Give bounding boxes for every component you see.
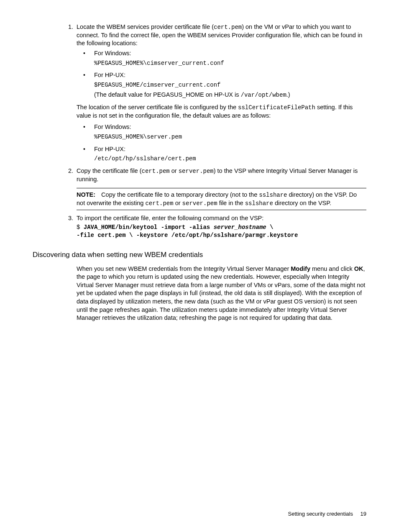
step-2: 2. Copy the certificate file (cert.pem o… bbox=[77, 167, 366, 210]
text: .) bbox=[286, 91, 290, 98]
step-3: 3. To import the certificate file, enter… bbox=[77, 214, 366, 239]
text: , the page to which you return is update… bbox=[77, 265, 365, 321]
footer-title: Setting security credentials bbox=[288, 511, 353, 517]
step-1-intro: Locate the WBEM services provider certif… bbox=[77, 23, 362, 46]
code-block: /etc/opt/hp/sslshare/cert.pem bbox=[94, 155, 366, 163]
inline-code: sslshare bbox=[259, 192, 287, 198]
discover-paragraph: When you set new WBEM credentials from t… bbox=[77, 265, 366, 322]
inline-code: cert.pem bbox=[214, 24, 242, 31]
inline-code: sslshare bbox=[245, 200, 273, 207]
bullet-list-1: For Windows: %PEGASUS_HOME%\cimserver_cu… bbox=[77, 49, 366, 99]
text: The location of the server certificate f… bbox=[77, 104, 238, 111]
text: or bbox=[174, 200, 182, 206]
cmd-text: -file cert.pem \ -keystore /etc/opt/hp/s… bbox=[77, 232, 298, 239]
text: file in the bbox=[217, 200, 245, 206]
page: 1. Locate the WBEM services provider cer… bbox=[0, 0, 399, 532]
inline-code: cert.pem bbox=[142, 168, 170, 175]
bullet-list-2: For Windows: %PEGASUS_HOME%\server.pem F… bbox=[77, 123, 366, 163]
text: Copy the certificate file ( bbox=[77, 167, 142, 174]
cmd-text: JAVA_HOME/bin/keytool -import -alias bbox=[84, 224, 214, 231]
step-number: 2. bbox=[63, 167, 73, 175]
code-block: %PEGASUS_HOME%\server.pem bbox=[94, 133, 366, 141]
text: When you set new WBEM credentials from t… bbox=[77, 265, 291, 272]
bullet-windows-1: For Windows: %PEGASUS_HOME%\cimserver_cu… bbox=[77, 49, 366, 67]
step-3-intro: To import the certificate file, enter th… bbox=[77, 215, 263, 221]
text: Copy the certificate file to a temporary… bbox=[101, 191, 259, 198]
command-block: $ JAVA_HOME/bin/keytool -import -alias s… bbox=[77, 224, 366, 239]
page-footer: Setting security credentials 19 bbox=[288, 510, 366, 518]
text: Locate the WBEM services provider certif… bbox=[77, 23, 214, 30]
bold-text: Modify bbox=[291, 265, 310, 272]
section-heading: Discovering data when setting new WBEM c… bbox=[33, 250, 366, 260]
bold-text: OK bbox=[354, 265, 363, 272]
text: (The default value for PEGASUS_HOME on H… bbox=[94, 91, 241, 98]
inline-code: /var/opt/wbem bbox=[241, 92, 286, 98]
code-block: %PEGASUS_HOME%\cimserver_current.conf bbox=[94, 59, 366, 67]
step-1: 1. Locate the WBEM services provider cer… bbox=[77, 23, 366, 163]
text: menu and click bbox=[310, 265, 354, 272]
inline-code: cert.pem bbox=[145, 200, 173, 207]
bullet-label: For Windows: bbox=[94, 49, 366, 58]
inline-code: sslCertificateFilePath bbox=[238, 104, 315, 111]
step-number: 3. bbox=[63, 214, 73, 223]
step-1-mid: The location of the server certificate f… bbox=[77, 103, 366, 120]
bullet-label: For Windows: bbox=[94, 123, 366, 131]
code-block: $PEGASUS_HOME/cimserver_current.conf bbox=[94, 81, 366, 89]
procedure-list: 1. Locate the WBEM services provider cer… bbox=[77, 23, 366, 239]
text: directory on the VSP. bbox=[273, 200, 331, 206]
bullet-extra: (The default value for PEGASUS_HOME on H… bbox=[94, 91, 366, 99]
prompt: $ bbox=[77, 224, 84, 231]
bullet-hpux-2: For HP-UX: /etc/opt/hp/sslshare/cert.pem bbox=[77, 145, 366, 163]
note-label: NOTE: bbox=[77, 191, 95, 198]
bullet-hpux-1: For HP-UX: $PEGASUS_HOME/cimserver_curre… bbox=[77, 71, 366, 99]
inline-code: server.pem bbox=[182, 200, 217, 207]
step-number: 1. bbox=[63, 23, 73, 31]
text: or bbox=[170, 167, 179, 174]
content-area: 1. Locate the WBEM services provider cer… bbox=[77, 23, 366, 239]
page-number: 19 bbox=[361, 511, 366, 517]
step-2-intro: Copy the certificate file (cert.pem or s… bbox=[77, 167, 358, 182]
inline-code: server.pem bbox=[179, 168, 214, 175]
cmd-placeholder: server_hostname bbox=[214, 224, 266, 231]
cmd-text: \ bbox=[266, 224, 274, 231]
content-area-2: When you set new WBEM credentials from t… bbox=[77, 265, 366, 322]
bullet-label: For HP-UX: bbox=[94, 145, 366, 154]
bullet-windows-2: For Windows: %PEGASUS_HOME%\server.pem bbox=[77, 123, 366, 141]
note-box: NOTE:Copy the certificate file to a temp… bbox=[77, 188, 366, 211]
bullet-label: For HP-UX: bbox=[94, 71, 366, 80]
